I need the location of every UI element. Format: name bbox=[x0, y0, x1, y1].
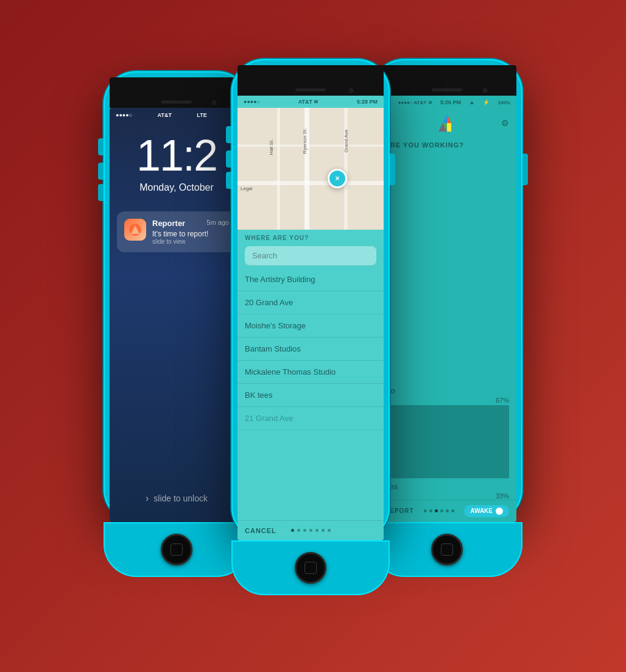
wdot-1 bbox=[424, 509, 427, 512]
map-pin[interactable]: × bbox=[328, 169, 347, 188]
dot-6 bbox=[322, 529, 325, 532]
list-item[interactable]: BK tees bbox=[237, 384, 384, 407]
working-screen: ☰ ●●●●○ AT&T ≋ 5:26 PM ▲ ⚡ 100% bbox=[378, 96, 516, 522]
loc-bottom-bar: CANCEL bbox=[237, 520, 384, 540]
work-header: ⚙ bbox=[378, 110, 516, 136]
dot-2 bbox=[297, 529, 300, 532]
dot-3 bbox=[303, 529, 306, 532]
map-view[interactable]: Ryerson St. Hall St. Grand Ave Legal × bbox=[237, 108, 384, 230]
ls-carrier: AT&T bbox=[158, 112, 172, 118]
map-road-v3 bbox=[344, 108, 348, 230]
work-bottom-bar: REPORT AWAKE bbox=[378, 500, 516, 522]
ls-network: LTE bbox=[197, 112, 206, 118]
wdot-5 bbox=[446, 509, 449, 512]
list-item[interactable]: 20 Grand Ave bbox=[237, 291, 384, 314]
slide-label: slide to unlock bbox=[153, 493, 208, 503]
question-text: ARE YOU WORKING? bbox=[378, 136, 516, 154]
phone3-bottom bbox=[371, 522, 522, 577]
list-item[interactable]: Bantam Studios bbox=[237, 338, 384, 361]
phone1-lockscreen: ●●●●○ AT&T LTE ▲ 11:2 Monday, October bbox=[104, 71, 250, 577]
page-dots bbox=[291, 529, 331, 532]
settings-icon[interactable]: ⚙ bbox=[501, 118, 509, 128]
camera-icon-3 bbox=[483, 88, 487, 93]
reporter-logo bbox=[437, 113, 457, 133]
reporter-app-icon bbox=[124, 219, 146, 241]
loc-time: 5:28 PM bbox=[357, 99, 378, 105]
reporter-icon-svg bbox=[128, 223, 142, 236]
notif-time: 5m ago bbox=[206, 219, 229, 228]
notif-subtitle: slide to view bbox=[152, 238, 229, 245]
no-section: No 67% bbox=[378, 383, 516, 478]
work-location-icon: ▲ bbox=[469, 99, 475, 105]
notif-content: Reporter 5m ago It's time to report! sli… bbox=[152, 219, 229, 245]
notif-app-name: Reporter bbox=[152, 219, 185, 228]
work-battery: 100% bbox=[498, 100, 510, 105]
work-signal: ●●●●○ AT&T ≋ bbox=[398, 100, 432, 105]
no-bar bbox=[385, 405, 509, 478]
svg-marker-4 bbox=[447, 123, 451, 132]
map-road-v2 bbox=[277, 108, 280, 230]
home-button-1[interactable] bbox=[161, 534, 192, 565]
speaker-icon-2 bbox=[295, 88, 326, 91]
dot-1 bbox=[291, 529, 294, 532]
yes-row: Yes bbox=[378, 478, 516, 492]
toggle-circle bbox=[496, 508, 503, 515]
where-label: WHERE ARE YOU? bbox=[237, 230, 384, 244]
ls-status-bar: ●●●●○ AT&T LTE ▲ bbox=[110, 109, 244, 121]
map-label-grand: Grand Ave bbox=[343, 129, 349, 152]
ls-date: Monday, October bbox=[110, 182, 244, 193]
no-row: No bbox=[378, 383, 516, 397]
work-time: 5:26 PM bbox=[440, 99, 461, 105]
loc-status-bar: ●●●●○ AT&T ≋ 5:28 PM bbox=[237, 96, 384, 108]
ls-time: 11:2 bbox=[110, 133, 244, 177]
wdot-6 bbox=[451, 509, 454, 512]
map-road-h2 bbox=[237, 144, 384, 147]
notif-body: It's time to report! bbox=[152, 230, 229, 238]
phone1-bottom bbox=[104, 522, 250, 577]
chevron-right-icon: › bbox=[146, 493, 149, 504]
work-status-bar: ☰ ●●●●○ AT&T ≋ 5:26 PM ▲ ⚡ 100% bbox=[378, 96, 516, 110]
list-item[interactable]: The Artistry Building bbox=[237, 268, 384, 291]
notif-title-row: Reporter 5m ago bbox=[152, 219, 229, 228]
list-item[interactable]: Mickalene Thomas Studio bbox=[237, 361, 384, 384]
pin-x-icon: × bbox=[335, 174, 339, 183]
svg-marker-6 bbox=[443, 115, 447, 123]
ls-signal: ●●●●○ bbox=[116, 112, 132, 118]
map-road-v1 bbox=[304, 108, 309, 230]
slide-to-unlock[interactable]: › slide to unlock bbox=[110, 493, 244, 504]
loc-signal: ●●●●○ bbox=[244, 99, 260, 105]
speaker-icon bbox=[161, 101, 192, 104]
chart-empty-area bbox=[378, 154, 516, 383]
camera-icon bbox=[212, 101, 216, 105]
wdot-4 bbox=[440, 509, 443, 512]
work-bluetooth-icon: ⚡ bbox=[483, 99, 490, 105]
cancel-button[interactable]: CANCEL bbox=[245, 527, 276, 534]
wdot-2 bbox=[429, 509, 432, 512]
no-percent: 67% bbox=[378, 397, 516, 404]
speaker-icon-3 bbox=[432, 88, 462, 91]
home-button-3[interactable] bbox=[431, 534, 463, 565]
dot-5 bbox=[315, 529, 318, 532]
wdot-3 bbox=[435, 509, 438, 512]
map-label-hall: Hall St. bbox=[269, 139, 274, 155]
awake-label: AWAKE bbox=[470, 508, 493, 514]
dot-7 bbox=[328, 529, 331, 532]
phone2-location: ●●●●○ AT&T ≋ 5:28 PM Ryerson St. bbox=[231, 59, 390, 595]
svg-marker-3 bbox=[447, 115, 451, 123]
map-label-legal: Legal bbox=[241, 186, 253, 191]
yes-percent: 33% bbox=[378, 492, 516, 500]
location-screen: ●●●●○ AT&T ≋ 5:28 PM Ryerson St. bbox=[237, 96, 384, 540]
camera-icon-2 bbox=[349, 88, 353, 93]
map-road-h1 bbox=[237, 181, 384, 185]
location-list: The Artistry Building 20 Grand Ave Moish… bbox=[237, 268, 384, 520]
phone2-bottom bbox=[231, 540, 390, 595]
search-input[interactable]: Search bbox=[245, 246, 376, 266]
list-item[interactable]: 21 Grand Ave bbox=[237, 407, 384, 430]
map-label-ryerson: Ryerson St. bbox=[302, 128, 308, 154]
awake-toggle[interactable]: AWAKE bbox=[464, 505, 509, 517]
ls-notification[interactable]: Reporter 5m ago It's time to report! sli… bbox=[117, 211, 236, 252]
dot-4 bbox=[309, 529, 312, 532]
home-button-2[interactable] bbox=[295, 552, 326, 584]
work-page-dots bbox=[424, 509, 454, 512]
list-item[interactable]: Moishe's Storage bbox=[237, 314, 384, 338]
